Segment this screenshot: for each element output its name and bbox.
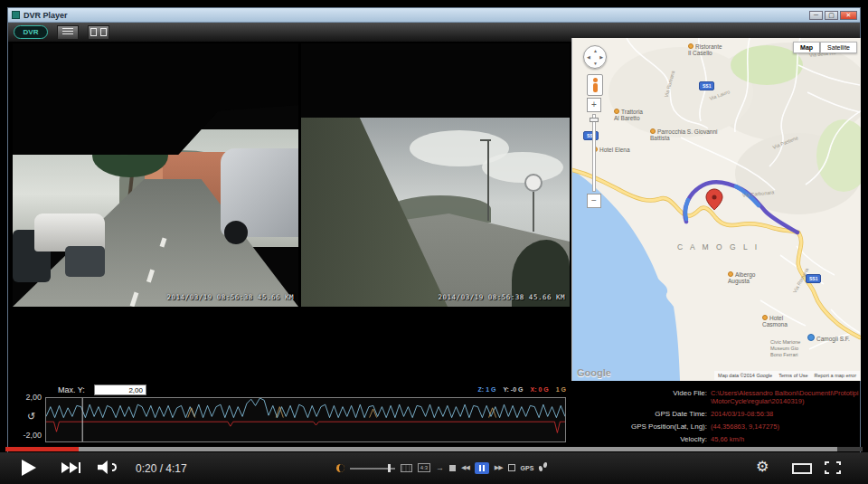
info-row: GPS Date Time:2014/03/19-08:56:38 (579, 410, 864, 418)
lamp-post (487, 139, 489, 221)
reset-zoom-icon[interactable]: ↺ (27, 411, 35, 422)
rear-camera-feed: 2014/03/19 08:56:38 45.66 KM (301, 43, 570, 307)
legend-entry: X: 0 G (530, 386, 548, 393)
info-label: GPS Date Time: (579, 410, 707, 418)
gps-toggle-button[interactable]: GPS (521, 465, 534, 471)
map-label: Civic Marione Museum Gio Bono Ferrari (770, 339, 800, 358)
frame-button[interactable] (508, 464, 515, 471)
footprints-icon[interactable] (539, 462, 548, 473)
settings-gear-icon[interactable]: ⚙ (756, 458, 769, 475)
info-row: Video File:C:\Users\Alessandro Balboni\D… (579, 389, 864, 405)
fullscreen-button[interactable] (825, 461, 841, 474)
volume-button[interactable] (98, 460, 117, 474)
time-display: 0:20 / 4:17 (136, 462, 187, 475)
map-data-text: Map data ©2014 Google (718, 373, 772, 378)
front-camera-feed: 2014/03/19 08:56:38 45.66 KM (13, 43, 298, 307)
fast-forward-button[interactable]: ▶▶ (495, 464, 503, 471)
buffered-bar (5, 447, 837, 451)
map-label: Albergo Augusta (728, 271, 755, 284)
slider-handle[interactable] (388, 464, 391, 472)
info-value: (44,356863, 9,147275) (711, 422, 779, 431)
theater-mode-button[interactable] (792, 463, 812, 474)
gsensor-graph-area: Max. Y: Z: 1 GY: -0 GX: 0 G1 G 2,00 ↺ -2… (7, 384, 571, 447)
film-icon[interactable] (401, 464, 412, 472)
info-row: GPS Position(Lat, Lng):(44,356863, 9,147… (579, 422, 864, 431)
gsensor-plot[interactable] (45, 397, 566, 442)
map-attribution: Map data ©2014 Google Terms of Use Repor… (714, 371, 860, 380)
google-logo: Google (577, 367, 611, 378)
pan-left-icon[interactable]: ◀ (587, 54, 590, 60)
info-value: 45,66 km/h (711, 435, 744, 443)
dual-view-icon (100, 28, 107, 36)
video-progress-bar[interactable] (5, 447, 863, 451)
rewind-button[interactable]: ◀◀ (461, 464, 469, 471)
next-icon (70, 462, 78, 473)
dual-view-button[interactable] (88, 25, 109, 40)
zoom-in-button[interactable]: + (587, 98, 601, 112)
maximize-button[interactable]: ▢ (825, 11, 838, 20)
map-label: Hotel Elena (592, 147, 630, 153)
next-button[interactable] (61, 462, 80, 473)
speaker-icon (98, 460, 111, 474)
speed-icon[interactable] (336, 464, 344, 472)
step-forward-icon[interactable]: → (436, 464, 444, 472)
title-bar: DVR Player ─ ▢ ✕ (8, 8, 860, 23)
road-shield: SS1 (583, 131, 599, 140)
video-timestamp: 2014/03/19 08:56:38 45.66 KM (167, 293, 294, 301)
stop-button[interactable] (449, 465, 456, 471)
pan-down-icon[interactable]: ▼ (593, 61, 598, 66)
map-pan-control[interactable]: ▲ ▼ ◀ ▶ (583, 45, 607, 69)
pan-up-icon[interactable]: ▲ (593, 48, 598, 53)
info-value: 2014/03/19-08:56:38 (711, 410, 773, 418)
info-label: GPS Position(Lat, Lng): (579, 422, 707, 431)
pegman-icon (593, 78, 598, 82)
satellite-type-button[interactable]: Satellite (820, 42, 857, 53)
map-canvas[interactable]: Ristorante Il CaselloTrattoria Al Barett… (571, 38, 861, 381)
next-icon (79, 462, 80, 473)
play-button[interactable] (22, 460, 36, 476)
road-sign (524, 174, 542, 192)
info-row: Velocity:45,66 km/h (579, 435, 864, 443)
street-view-pegman[interactable] (587, 74, 603, 96)
zoom-slider-handle[interactable] (590, 118, 599, 122)
zoom-slider[interactable] (592, 114, 596, 192)
road-shield: SS1 (806, 274, 821, 283)
app-icon (12, 11, 20, 19)
y-axis-max: 2,00 (7, 393, 42, 402)
window-title: DVR Player (24, 11, 68, 20)
map-type-button[interactable]: Map (793, 42, 820, 53)
video-timestamp: 2014/03/19 08:56:38 45.66 KM (439, 293, 565, 301)
map-label: C A M O G L I (677, 244, 760, 251)
lamp-post (480, 139, 491, 141)
graph-legend: Z: 1 GY: -0 GX: 0 G1 G (478, 386, 566, 393)
map-label: Trattoria Al Baretto (614, 109, 643, 121)
legend-entry: Y: -0 G (503, 386, 523, 393)
terms-link[interactable]: Terms of Use (778, 373, 807, 378)
list-icon (62, 28, 73, 36)
aspect-ratio-button[interactable]: 4:3 (418, 463, 430, 472)
legend-entry: Z: 1 G (478, 386, 496, 393)
zoom-out-button[interactable]: − (587, 194, 601, 208)
played-bar (5, 447, 79, 451)
dvr-speed-slider[interactable] (350, 464, 395, 472)
letterbox (301, 43, 570, 118)
speaker-wave-icon (112, 463, 117, 471)
legend-entry: 1 G (556, 386, 566, 393)
max-y-input[interactable] (94, 384, 146, 395)
info-value: C:\Users\Alessandro Balboni\Documenti\Pr… (711, 389, 864, 405)
pause-button[interactable] (475, 462, 489, 474)
minimize-button[interactable]: ─ (809, 11, 823, 20)
close-button[interactable]: ✕ (840, 11, 857, 20)
car-wheel (224, 221, 248, 244)
map-label: Parrocchia S. Giovanni Battista (650, 128, 717, 141)
info-label: Velocity: (579, 435, 707, 443)
road-shield: SS1 (699, 81, 714, 90)
y-axis-min: -2,00 (7, 431, 42, 440)
max-y-label: Max. Y: (58, 385, 85, 394)
file-list-button[interactable] (57, 25, 79, 40)
parked-car (65, 246, 105, 277)
report-error-link[interactable]: Report a map error (815, 373, 856, 378)
dvr-mode-button[interactable]: DVR (14, 25, 48, 39)
pan-right-icon[interactable]: ▶ (599, 54, 603, 60)
map-graphics (572, 38, 861, 381)
